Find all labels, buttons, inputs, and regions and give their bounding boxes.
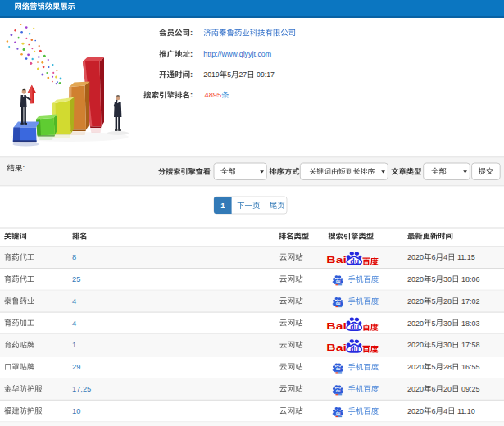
svg-text:17:02: 17:02	[460, 297, 480, 306]
svg-text::: :	[190, 28, 193, 37]
svg-text:30: 30	[443, 320, 452, 328]
svg-text:09:17: 09:17	[255, 70, 275, 79]
svg-text:25: 25	[72, 275, 80, 283]
svg-text::: :	[23, 163, 25, 172]
svg-text:4895: 4895	[205, 91, 222, 99]
svg-text:du: du	[336, 367, 341, 371]
svg-text:du: du	[350, 323, 359, 331]
svg-text:1: 1	[72, 341, 76, 349]
svg-text:5: 5	[432, 363, 436, 371]
svg-text:1: 1	[220, 201, 225, 210]
svg-text:5: 5	[432, 320, 436, 328]
svg-text:2020: 2020	[407, 297, 424, 306]
svg-text:http://www.qlyyjt.com: http://www.qlyyjt.com	[203, 50, 271, 58]
svg-text:10: 10	[72, 407, 80, 415]
svg-text:4: 4	[72, 297, 76, 306]
svg-text:11:10: 11:10	[456, 407, 475, 415]
svg-text::: :	[190, 90, 193, 99]
svg-text::: :	[190, 49, 193, 58]
svg-text:2020: 2020	[407, 253, 424, 261]
svg-text:17:58: 17:58	[460, 341, 480, 349]
svg-text:2020: 2020	[407, 385, 424, 393]
svg-text:Bai: Bai	[326, 342, 347, 353]
svg-text::: :	[190, 70, 193, 79]
svg-text:28: 28	[443, 363, 452, 371]
svg-text:2020: 2020	[407, 363, 424, 371]
svg-text:18:03: 18:03	[460, 320, 480, 328]
svg-text:2019: 2019	[203, 70, 219, 79]
svg-text:du: du	[336, 411, 341, 415]
svg-text:20: 20	[443, 385, 452, 393]
svg-text:09:25: 09:25	[460, 385, 480, 393]
svg-text:11:15: 11:15	[456, 253, 475, 261]
svg-text:2020: 2020	[407, 275, 424, 283]
svg-text:du: du	[350, 257, 359, 265]
svg-text:2020: 2020	[407, 341, 424, 349]
svg-text:du: du	[336, 389, 341, 393]
svg-text:du: du	[336, 279, 341, 283]
svg-text:30: 30	[443, 341, 452, 349]
svg-text:2020: 2020	[407, 320, 424, 328]
svg-text:5: 5	[432, 297, 436, 306]
svg-text:6: 6	[432, 385, 436, 393]
svg-text:5: 5	[227, 70, 231, 79]
svg-text:17,25: 17,25	[72, 385, 91, 393]
svg-text:8: 8	[72, 253, 76, 261]
svg-text:5: 5	[432, 341, 436, 349]
svg-text:29: 29	[72, 363, 80, 371]
svg-text:Bai: Bai	[326, 254, 347, 265]
svg-text:5: 5	[432, 275, 436, 283]
svg-text:6: 6	[432, 407, 436, 415]
svg-text:Bai: Bai	[326, 320, 347, 332]
svg-text:30: 30	[443, 275, 452, 283]
svg-text:6: 6	[432, 253, 436, 261]
svg-text:28: 28	[443, 297, 452, 306]
svg-text:2020: 2020	[407, 407, 424, 415]
svg-text:18:06: 18:06	[460, 275, 480, 283]
svg-text:4: 4	[72, 320, 76, 328]
svg-text:27: 27	[238, 70, 247, 79]
svg-text:4: 4	[443, 407, 447, 415]
svg-text:16:55: 16:55	[460, 363, 480, 371]
svg-text:4: 4	[443, 253, 447, 261]
svg-text:du: du	[336, 301, 341, 306]
svg-text:du: du	[350, 345, 359, 353]
